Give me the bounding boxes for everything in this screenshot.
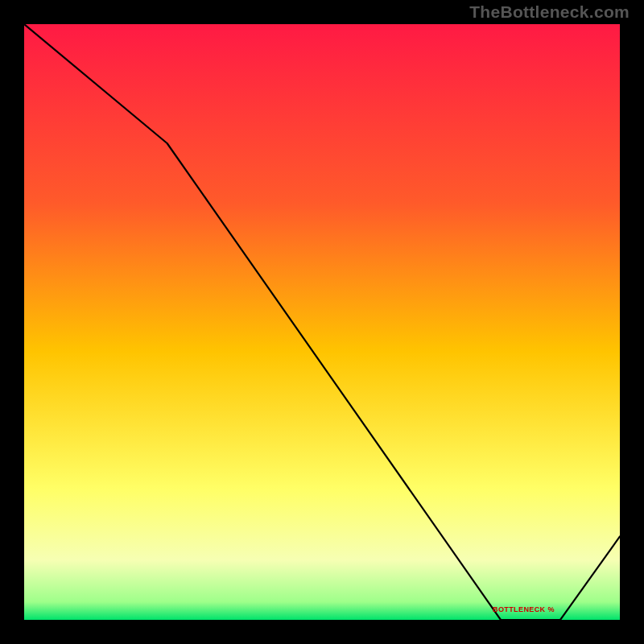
chart-background-gradient	[24, 24, 620, 620]
line-label: BOTTLENECK %	[493, 605, 555, 613]
chart-frame: TheBottleneck.com BOTTLENECK %	[0, 0, 644, 644]
watermark-text: TheBottleneck.com	[469, 2, 630, 22]
bottleneck-chart	[24, 24, 620, 620]
